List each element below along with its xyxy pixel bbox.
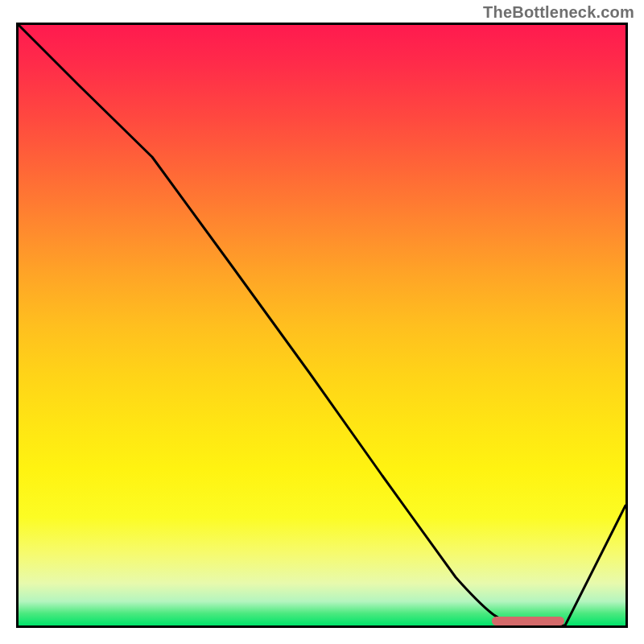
plot-frame bbox=[16, 23, 628, 628]
chart-canvas: TheBottleneck.com bbox=[0, 0, 644, 644]
minimum-marker bbox=[492, 617, 564, 625]
bottleneck-curve bbox=[19, 25, 625, 625]
watermark-text: TheBottleneck.com bbox=[483, 3, 634, 22]
